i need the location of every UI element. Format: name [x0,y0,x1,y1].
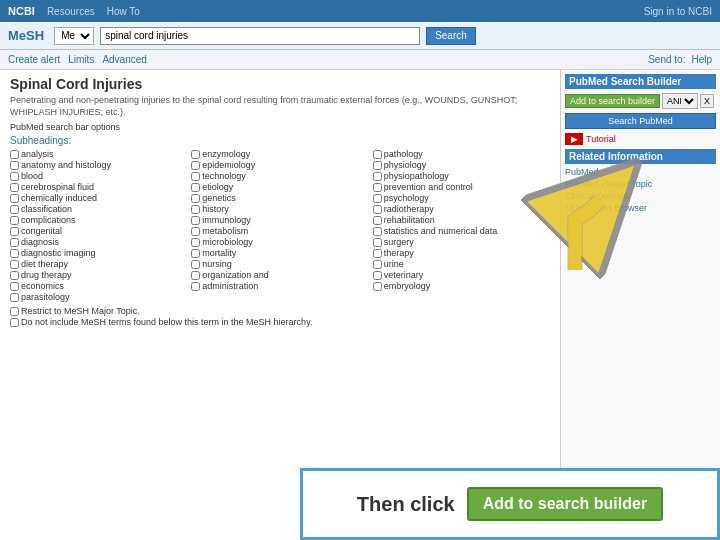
checkbox-etiology[interactable] [191,183,200,192]
checkbox-item: microbiology [191,237,368,247]
add-to-search-builder-highlight-button[interactable]: Add to search builder [467,487,663,521]
bottom-checkbox[interactable] [10,318,19,327]
search-input[interactable] [100,27,420,45]
mesh-logo: MeSH [8,28,44,43]
checkbox-veterinary[interactable] [373,271,382,280]
create-alert-link[interactable]: Create alert [8,54,60,65]
checkbox-diagnostic-imaging[interactable] [10,249,19,258]
ncbi-logo: NCBI [8,5,35,17]
youtube-tutorial[interactable]: ▶ Tutorial [565,133,716,145]
checkbox-administration[interactable] [191,282,200,291]
checkbox-item: nursing [191,259,368,269]
bottom-checkbox[interactable] [10,307,19,316]
bottom-checkbox-item: Restrict to MeSH Major Topic. [10,306,550,316]
checkbox-item: blood [10,171,187,181]
checkbox-item: diagnostic imaging [10,248,187,258]
related-link[interactable]: PubMed [565,167,716,177]
checkbox-rehabilitation[interactable] [373,216,382,225]
checkbox-diet-therapy[interactable] [10,260,19,269]
checkbox-embryology[interactable] [373,282,382,291]
checkbox-blood[interactable] [10,172,19,181]
checkbox-item: statistics and numerical data [373,226,550,236]
checkbox-item: mortality [191,248,368,258]
checkbox-surgery[interactable] [373,238,382,247]
checkbox-immunology[interactable] [191,216,200,225]
related-info-header: Related Information [565,149,716,164]
send-to-label: Send to: [648,54,685,65]
bottom-tooltip-box: Then click Add to search builder [300,468,720,540]
checkbox-therapy[interactable] [373,249,382,258]
search-button[interactable]: Search [426,27,476,45]
checkbox-microbiology[interactable] [191,238,200,247]
checkbox-item: diagnosis [10,237,187,247]
checkbox-enzymology[interactable] [191,150,200,159]
page-title: Spinal Cord Injuries [10,76,550,92]
checkbox-history[interactable] [191,205,200,214]
checkbox-mortality[interactable] [191,249,200,258]
checkbox-psychology[interactable] [373,194,382,203]
related-links: PubMedPubMed - Major TopicClinical Queri… [565,167,716,213]
checkbox-item: classification [10,204,187,214]
checkbox-genetics[interactable] [191,194,200,203]
checkbox-physiopathology[interactable] [373,172,382,181]
add-to-search-builder-button[interactable]: Add to search builder [565,94,660,108]
bottom-checkbox-item: Do not include MeSH terms found below th… [10,317,550,327]
checkbox-item: technology [191,171,368,181]
checkbox-item: economics [10,281,187,291]
checkbox-statistics-and-numerical-data[interactable] [373,227,382,236]
then-click-label: Then click [357,493,455,516]
checkbox-item: anatomy and histology [10,160,187,170]
checkbox-item: genetics [191,193,368,203]
checkbox-nursing[interactable] [191,260,200,269]
checkbox-physiology[interactable] [373,161,382,170]
checkbox-item: epidemiology [191,160,368,170]
checkbox-complications[interactable] [10,216,19,225]
checkbox-item: metabolism [191,226,368,236]
builder-controls: Add to search builder AND OR NOT X [565,93,716,109]
checkbox-item: veterinary [373,270,550,280]
checkbox-parasitology[interactable] [10,293,19,302]
checkbox-metabolism[interactable] [191,227,200,236]
checkbox-item: chemically induced [10,193,187,203]
checkbox-item: surgery [373,237,550,247]
checkbox-item: therapy [373,248,550,258]
related-link[interactable]: PubMed - Major Topic [565,179,716,189]
search-field-select[interactable]: MeSH [54,27,94,45]
checkbox-classification[interactable] [10,205,19,214]
checkbox-radiotherapy[interactable] [373,205,382,214]
howto-link[interactable]: How To [107,6,140,17]
resources-link[interactable]: Resources [47,6,95,17]
checkbox-analysis[interactable] [10,150,19,159]
checkbox-item: administration [191,281,368,291]
subheadings-label: Subheadings: [10,135,550,146]
signin-link[interactable]: Sign in to NCBI [644,6,712,17]
limits-link[interactable]: Limits [68,54,94,65]
checkbox-item: cerebrospinal fluid [10,182,187,192]
checkbox-economics[interactable] [10,282,19,291]
checkbox-diagnosis[interactable] [10,238,19,247]
related-link[interactable]: NLM MeSH Browser [565,203,716,213]
checkbox-chemically-induced[interactable] [10,194,19,203]
pubmed-builder-header: PubMed Search Builder [565,74,716,89]
related-link[interactable]: Clinical Queries [565,191,716,201]
checkbox-pathology[interactable] [373,150,382,159]
checkbox-organization-and[interactable] [191,271,200,280]
search-pubmed-button[interactable]: Search PubMed [565,113,716,129]
checkbox-anatomy-and-histology[interactable] [10,161,19,170]
bottom-checkboxes: Restrict to MeSH Major Topic.Do not incl… [10,306,550,327]
checkbox-congenital[interactable] [10,227,19,236]
checkbox-prevention-and-control[interactable] [373,183,382,192]
clear-button[interactable]: X [700,94,714,108]
checkbox-item: psychology [373,193,550,203]
boolean-select[interactable]: AND OR NOT [662,93,698,109]
checkbox-item: analysis [10,149,187,159]
checkbox-epidemiology[interactable] [191,161,200,170]
checkbox-item: parasitology [10,292,187,302]
checkbox-item: radiotherapy [373,204,550,214]
checkbox-cerebrospinal-fluid[interactable] [10,183,19,192]
help-link[interactable]: Help [691,54,712,65]
advanced-link[interactable]: Advanced [102,54,146,65]
checkbox-urine[interactable] [373,260,382,269]
checkbox-technology[interactable] [191,172,200,181]
checkbox-drug-therapy[interactable] [10,271,19,280]
